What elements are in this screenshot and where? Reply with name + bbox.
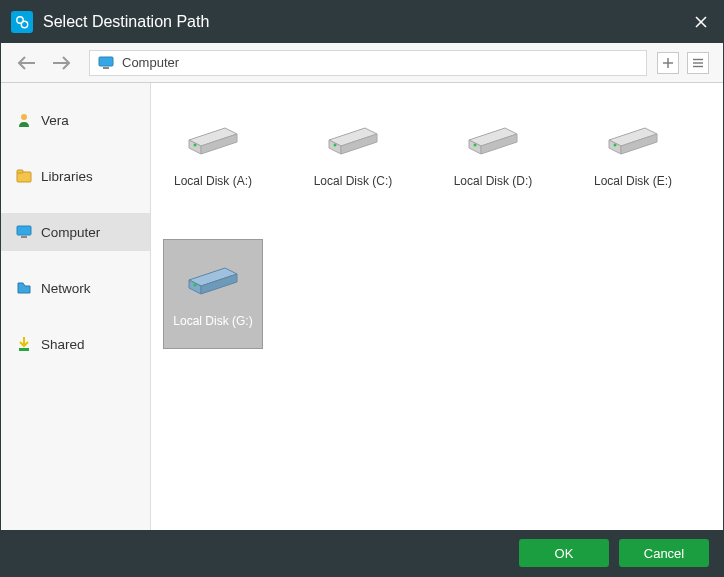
list-icon	[692, 57, 704, 69]
cancel-button[interactable]: Cancel	[619, 539, 709, 567]
computer-icon	[15, 223, 33, 241]
svg-point-13	[21, 114, 27, 120]
sidebar: Vera Libraries Computer Network	[1, 83, 151, 530]
sidebar-item-label: Vera	[41, 113, 69, 128]
new-folder-button[interactable]	[657, 52, 679, 74]
svg-point-34	[614, 144, 617, 147]
sidebar-item-label: Shared	[41, 337, 85, 352]
svg-rect-6	[99, 57, 113, 66]
svg-rect-18	[19, 348, 29, 351]
sidebar-item-shared[interactable]: Shared	[1, 325, 150, 363]
titlebar: Select Destination Path	[1, 1, 723, 43]
sidebar-item-label: Libraries	[41, 169, 93, 184]
drive-item[interactable]: Local Disk (A:)	[163, 99, 263, 209]
drive-icon	[318, 106, 388, 166]
location-bar[interactable]: Computer	[89, 50, 647, 76]
location-text: Computer	[122, 55, 179, 70]
drive-label: Local Disk (G:)	[173, 314, 252, 328]
svg-point-22	[194, 144, 197, 147]
drive-icon	[178, 246, 248, 306]
cancel-label: Cancel	[644, 546, 684, 561]
user-icon	[15, 111, 33, 129]
close-icon	[694, 15, 708, 29]
dialog-body: Vera Libraries Computer Network	[1, 83, 723, 530]
back-button[interactable]	[15, 51, 39, 75]
monitor-icon	[98, 56, 114, 70]
svg-point-30	[474, 144, 477, 147]
drive-item[interactable]: Local Disk (E:)	[583, 99, 683, 209]
sidebar-item-libraries[interactable]: Libraries	[1, 157, 150, 195]
svg-rect-17	[21, 236, 27, 238]
svg-rect-7	[103, 67, 109, 69]
drive-item[interactable]: Local Disk (C:)	[303, 99, 403, 209]
forward-button[interactable]	[49, 51, 73, 75]
close-button[interactable]	[689, 10, 713, 34]
svg-point-1	[21, 21, 27, 27]
shared-icon	[15, 335, 33, 353]
drive-icon	[178, 106, 248, 166]
app-icon	[11, 11, 33, 33]
content-area: Local Disk (A:) Local Disk (C:)	[151, 83, 723, 530]
svg-point-38	[194, 284, 197, 287]
drive-label: Local Disk (C:)	[314, 174, 393, 188]
sidebar-item-label: Network	[41, 281, 91, 296]
arrow-left-icon	[16, 55, 38, 71]
sidebar-item-vera[interactable]: Vera	[1, 101, 150, 139]
drive-label: Local Disk (A:)	[174, 174, 252, 188]
svg-point-26	[334, 144, 337, 147]
sidebar-item-network[interactable]: Network	[1, 269, 150, 307]
plus-icon	[662, 57, 674, 69]
drive-item-selected[interactable]: Local Disk (G:)	[163, 239, 263, 349]
arrow-right-icon	[50, 55, 72, 71]
drive-label: Local Disk (E:)	[594, 174, 672, 188]
drive-label: Local Disk (D:)	[454, 174, 533, 188]
drive-item[interactable]: Local Disk (D:)	[443, 99, 543, 209]
svg-rect-16	[17, 226, 31, 235]
navbar: Computer	[1, 43, 723, 83]
svg-rect-15	[17, 170, 23, 173]
footer: OK Cancel	[1, 530, 723, 576]
dialog-window: Select Destination Path Computer	[0, 0, 724, 577]
window-title: Select Destination Path	[43, 13, 689, 31]
libraries-icon	[15, 167, 33, 185]
view-list-button[interactable]	[687, 52, 709, 74]
network-icon	[15, 279, 33, 297]
toolbar-right	[657, 52, 709, 74]
ok-button[interactable]: OK	[519, 539, 609, 567]
sidebar-item-computer[interactable]: Computer	[1, 213, 150, 251]
sidebar-item-label: Computer	[41, 225, 100, 240]
drive-icon	[458, 106, 528, 166]
drive-icon	[598, 106, 668, 166]
drive-grid: Local Disk (A:) Local Disk (C:)	[163, 99, 711, 349]
ok-label: OK	[555, 546, 574, 561]
